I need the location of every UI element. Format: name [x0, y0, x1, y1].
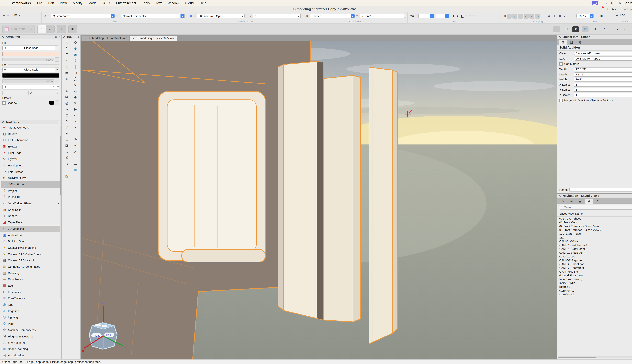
- menu-tools[interactable]: Tools: [139, 1, 153, 5]
- back-icon[interactable]: ←: [2, 14, 5, 17]
- saved-view-row[interactable]: CHAR-existing: [557, 270, 632, 274]
- window-opening[interactable]: [167, 100, 256, 252]
- close-icon[interactable]: ✕: [2, 120, 4, 124]
- tool-set-category[interactable]: ▣ Audio/Video: [0, 232, 62, 238]
- font-dropdown[interactable]: ---▾: [418, 14, 434, 18]
- layer-dropdown-field[interactable]: 00-Storefront Opt 1▾: [574, 56, 632, 60]
- tool-set-category[interactable]: ⊞ Furn/Fixtures: [0, 295, 62, 302]
- tool-button[interactable]: ◯: [72, 76, 80, 82]
- tool-button[interactable]: ⇔: [72, 119, 80, 124]
- tool-button[interactable]: ◆: [72, 94, 80, 100]
- tab-shape[interactable]: ◻: [558, 40, 567, 45]
- panel-b-front[interactable]: [324, 76, 353, 322]
- dimension-input[interactable]: 1: [574, 83, 632, 87]
- tool-button[interactable]: ○: [63, 76, 71, 82]
- tool-button[interactable]: ✶: [63, 106, 71, 112]
- tool-item[interactable]: ↻ Flyover: [0, 156, 62, 162]
- tool-button[interactable]: ⌒: [72, 131, 80, 136]
- tool-button[interactable]: T: [63, 52, 71, 58]
- saved-view-row[interactable]: CAM-GF-Paypoint: [557, 258, 632, 262]
- lighting-options-toggle[interactable]: ✦: [601, 26, 608, 32]
- control-center-icon[interactable]: ⊟: [611, 2, 614, 4]
- saved-view-row[interactable]: CAM-GF-Storefront: [557, 266, 632, 270]
- spotlight-search-icon[interactable]: ◌: [606, 2, 608, 4]
- pen-color-swatch[interactable]: ↪: [2, 73, 59, 78]
- working-plane-icon[interactable]: ▱: [30, 28, 32, 30]
- menu-text[interactable]: Text: [153, 1, 165, 5]
- shadow-menu[interactable]: ⋮: [55, 100, 59, 105]
- saved-view-row[interactable]: 02-Front Entrance - Street View: [557, 224, 632, 228]
- current-view-dropdown[interactable]: Custom View▾: [51, 14, 115, 18]
- name-input[interactable]: [569, 188, 632, 192]
- tool-set-category[interactable]: ⊟ ConnectCAD Schematics: [0, 264, 62, 270]
- menu-help[interactable]: Help: [197, 1, 209, 5]
- text-display-toggle[interactable]: T: [554, 26, 560, 32]
- tool-button[interactable]: ⊘: [63, 161, 71, 167]
- align-justify-icon[interactable]: ≡: [476, 14, 478, 18]
- visibility-toggle[interactable]: ◉: [572, 26, 579, 32]
- tool-button[interactable]: ⇩: [72, 58, 80, 64]
- help-icon[interactable]: ?: [58, 35, 60, 38]
- use-material-checkbox[interactable]: [559, 62, 563, 66]
- close-icon[interactable]: ✕: [2, 35, 4, 38]
- unlink-markers-icon[interactable]: ⊘: [30, 92, 32, 94]
- class-dropdown[interactable]: 0▾: [252, 14, 300, 18]
- tool-item[interactable]: ◪ Taper Face: [0, 219, 62, 226]
- menu-cloud[interactable]: Cloud: [182, 1, 197, 5]
- saved-view-row[interactable]: Indoor with ceiling: [557, 277, 632, 281]
- tool-button[interactable]: ∝: [72, 143, 80, 149]
- tool-button[interactable]: ×: [72, 125, 80, 130]
- tool-button[interactable]: ⌣: [72, 155, 80, 161]
- view-cube-right-label[interactable]: Right: [94, 334, 100, 337]
- tool-button[interactable]: ✂: [63, 131, 71, 136]
- view-cube-back-label[interactable]: Back: [106, 334, 112, 336]
- chevron-left-icon[interactable]: ‹: [602, 2, 602, 4]
- panel-b-side[interactable]: [353, 76, 360, 322]
- tool-button[interactable]: ◪: [63, 143, 71, 149]
- screen-sharing-icon[interactable]: [592, 1, 598, 5]
- close-icon[interactable]: ✕: [63, 35, 66, 38]
- panel-a-front[interactable]: [284, 62, 317, 318]
- tab-classes[interactable]: ∴: [558, 199, 567, 204]
- tab-sheet-layers[interactable]: ∧: [594, 199, 602, 204]
- forward-icon[interactable]: →: [7, 14, 10, 17]
- menu-file[interactable]: File: [34, 1, 45, 5]
- dimension-input[interactable]: 1: [574, 93, 632, 97]
- disable-cut-toggle[interactable]: ⊘: [591, 26, 598, 32]
- save-icon[interactable]: ⤓: [12, 14, 13, 17]
- navigation-hscrollbar[interactable]: [558, 356, 632, 358]
- tool-item[interactable]: ⊡ Edit Subdivision: [0, 137, 62, 143]
- fill-color-swatch[interactable]: [2, 52, 59, 56]
- sill-rail[interactable]: [182, 250, 266, 262]
- section-cut-toggle[interactable]: ◫: [563, 26, 570, 32]
- panel-menu-icon[interactable]: ≡: [55, 35, 57, 38]
- merge-structural-checkbox[interactable]: [559, 98, 563, 102]
- saved-view-row[interactable]: CAM-GF-Shopfloor: [557, 262, 632, 266]
- drawing-viewport[interactable]: Right Back Z X Y: [81, 40, 557, 360]
- tool-item[interactable]: ∞ NURBS Curve: [0, 175, 62, 181]
- menu-edit[interactable]: Edit: [45, 1, 57, 5]
- tool-button[interactable]: ◇: [72, 88, 80, 94]
- tool-button[interactable]: ∟: [63, 137, 71, 142]
- tool-item[interactable]: ◍ Shell Solid: [0, 207, 62, 213]
- tool-set-category[interactable]: △ Site Planning: [0, 340, 62, 346]
- tool-item[interactable]: ⊿ Offset Edge: [1, 181, 61, 188]
- layers-icon[interactable]: ≣: [190, 14, 192, 18]
- extrude-mode-button[interactable]: ⇧: [57, 25, 66, 33]
- saved-view-row[interactable]: CAM-01-Staff Room-2: [557, 247, 632, 251]
- search-input[interactable]: [563, 205, 632, 209]
- menu-window[interactable]: Window: [165, 1, 182, 5]
- saved-view-row[interactable]: CAM-01-Office: [557, 239, 632, 243]
- snap-angle-button[interactable]: ∠: [512, 14, 517, 18]
- gear-icon[interactable]: ✱: [612, 8, 614, 11]
- tool-set-category[interactable]: ▤ ConnectCAD Layout: [0, 257, 62, 264]
- tool-item[interactable]: ▱ Set Working Plane ▶: [0, 200, 62, 207]
- font-size-dropdown[interactable]: ---▾: [436, 14, 449, 18]
- tool-set-category[interactable]: ⊚ MEP: [0, 320, 62, 327]
- fit-to-objects-icon[interactable]: ▣: [600, 14, 603, 18]
- render-style-dropdown[interactable]: <None>▾: [360, 14, 405, 18]
- line-style-dropdown[interactable]: ▾: [2, 90, 29, 95]
- saved-view-row[interactable]: Ground Floor Only: [557, 274, 632, 277]
- version-toggle[interactable]: Ⓥ: [631, 26, 632, 32]
- tool-button[interactable]: ╱: [63, 125, 71, 130]
